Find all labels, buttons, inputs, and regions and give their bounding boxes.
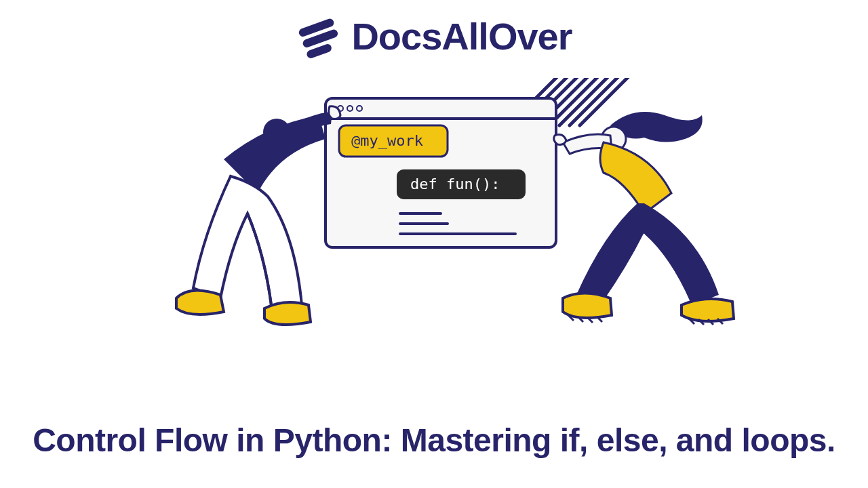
svg-point-21 xyxy=(263,119,290,146)
header: DocsAllOver xyxy=(0,12,868,60)
person-right-icon xyxy=(554,112,734,325)
hero-illustration: @my_work def fun(): xyxy=(129,78,739,363)
function-def-label: def fun(): xyxy=(410,176,500,192)
person-left-icon xyxy=(176,106,340,325)
logo-icon xyxy=(296,12,343,60)
brand-name: DocsAllOver xyxy=(351,14,572,58)
page-title: Control Flow in Python: Mastering if, el… xyxy=(0,420,868,461)
code-window-icon: @my_work def fun(): xyxy=(326,98,556,247)
decorator-label: @my_work xyxy=(351,132,423,149)
